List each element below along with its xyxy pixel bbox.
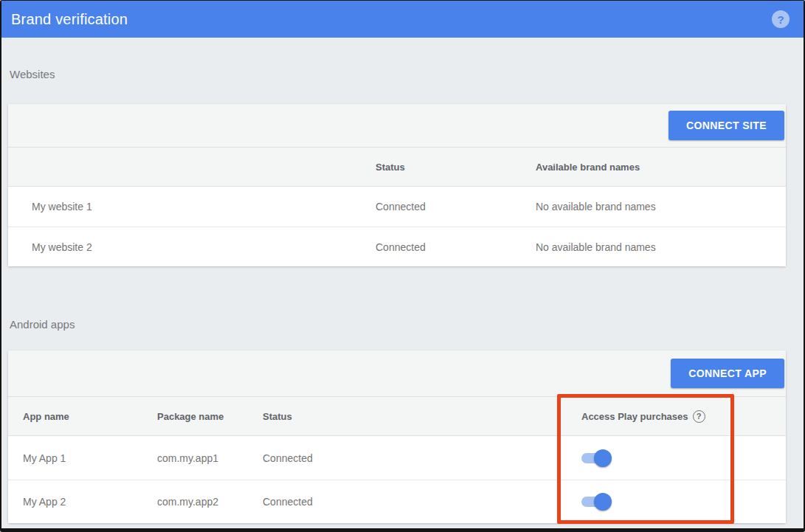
toggle-thumb	[594, 493, 612, 511]
android-apps-section-label: Android apps	[10, 266, 786, 331]
table-row[interactable]: My App 2 com.my.app2 Connected	[8, 480, 786, 523]
connect-app-button[interactable]: CONNECT APP	[671, 359, 784, 388]
access-play-purchases-toggle[interactable]	[581, 449, 612, 467]
apps-col-app-name-header: App name	[8, 411, 157, 422]
app-status: Connected	[263, 452, 581, 464]
app-status: Connected	[263, 496, 581, 508]
purchases-help-icon[interactable]: ?	[693, 410, 705, 423]
apps-col-purchases-label: Access Play purchases	[581, 411, 688, 422]
table-row[interactable]: My website 2 Connected No available bran…	[8, 227, 786, 266]
android-apps-toolbar: CONNECT APP	[8, 350, 786, 396]
websites-toolbar: CONNECT SITE	[8, 104, 786, 147]
apps-col-purchases-header: Access Play purchases ?	[581, 410, 786, 423]
android-apps-table-header: App name Package name Status Access Play…	[8, 396, 786, 436]
package-name: com.my.app1	[157, 452, 263, 464]
table-row[interactable]: My website 1 Connected No available bran…	[8, 187, 786, 227]
website-status: Connected	[376, 201, 536, 213]
website-name: My website 2	[8, 241, 376, 253]
websites-table-header: Status Available brand names	[8, 147, 786, 187]
website-brands: No available brand names	[536, 201, 786, 213]
website-name: My website 1	[8, 201, 376, 213]
package-name: com.my.app2	[157, 496, 263, 508]
brand-verification-window: Brand verification ? Websites CONNECT SI…	[0, 0, 805, 532]
access-play-purchases-toggle[interactable]	[581, 493, 612, 511]
app-name: My App 1	[8, 452, 157, 464]
help-icon[interactable]: ?	[772, 10, 790, 28]
android-apps-table-card: CONNECT APP App name Package name Status…	[8, 350, 786, 523]
app-header: Brand verification ?	[1, 1, 804, 38]
apps-col-status-header: Status	[263, 411, 581, 422]
websites-col-brands-header: Available brand names	[536, 162, 786, 173]
apps-col-package-header: Package name	[157, 411, 263, 422]
app-name: My App 2	[8, 496, 157, 508]
website-status: Connected	[376, 241, 536, 253]
websites-section-label: Websites	[10, 38, 786, 80]
websites-table-card: CONNECT SITE Status Available brand name…	[8, 104, 786, 266]
websites-col-status-header: Status	[376, 162, 536, 173]
toggle-thumb	[594, 449, 612, 467]
table-row[interactable]: My App 1 com.my.app1 Connected	[8, 436, 786, 480]
page-content: Websites CONNECT SITE Status Available b…	[1, 38, 804, 523]
page-title: Brand verification	[11, 11, 128, 28]
website-brands: No available brand names	[536, 241, 786, 253]
connect-site-button[interactable]: CONNECT SITE	[668, 111, 784, 140]
